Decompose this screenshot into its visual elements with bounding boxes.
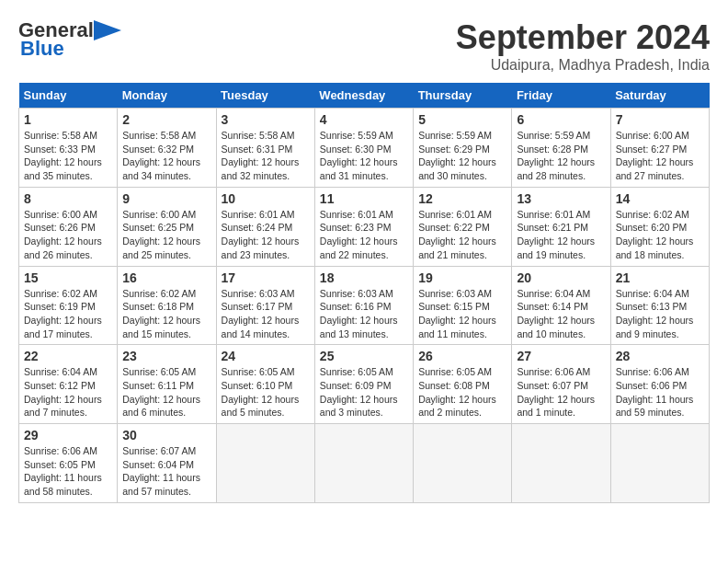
- table-row: 27 Sunrise: 6:06 AMSunset: 6:07 PMDaylig…: [512, 345, 610, 424]
- table-row: [512, 424, 610, 503]
- table-row: 29 Sunrise: 6:06 AMSunset: 6:05 PMDaylig…: [19, 424, 118, 503]
- table-row: 12 Sunrise: 6:01 AMSunset: 6:22 PMDaylig…: [414, 187, 512, 266]
- day-number: 3: [222, 112, 310, 127]
- table-row: [610, 424, 709, 503]
- day-number: 18: [320, 270, 408, 285]
- day-number: 24: [222, 349, 310, 363]
- table-row: 8 Sunrise: 6:00 AMSunset: 6:26 PMDayligh…: [19, 187, 118, 266]
- day-info: Sunrise: 6:05 AMSunset: 6:10 PMDaylight:…: [222, 365, 310, 419]
- day-number: 19: [418, 270, 506, 285]
- day-info: Sunrise: 6:04 AMSunset: 6:13 PMDaylight:…: [616, 287, 704, 341]
- day-number: 16: [122, 270, 210, 285]
- day-info: Sunrise: 6:02 AMSunset: 6:19 PMDaylight:…: [24, 287, 112, 341]
- day-number: 11: [320, 191, 408, 206]
- col-wednesday: Wednesday: [314, 83, 413, 109]
- day-info: Sunrise: 6:07 AMSunset: 6:04 PMDaylight:…: [122, 444, 210, 499]
- logo: General Blue: [18, 18, 121, 61]
- table-row: 23 Sunrise: 6:05 AMSunset: 6:11 PMDaylig…: [118, 345, 216, 424]
- table-row: 9 Sunrise: 6:00 AMSunset: 6:25 PMDayligh…: [118, 187, 216, 266]
- table-row: 4 Sunrise: 5:59 AMSunset: 6:30 PMDayligh…: [314, 109, 413, 188]
- day-info: Sunrise: 6:01 AMSunset: 6:24 PMDaylight:…: [222, 208, 310, 262]
- day-number: 28: [616, 349, 704, 363]
- day-number: 27: [517, 349, 605, 363]
- table-row: 10 Sunrise: 6:01 AMSunset: 6:24 PMDaylig…: [216, 187, 314, 266]
- table-row: 3 Sunrise: 5:58 AMSunset: 6:31 PMDayligh…: [216, 109, 314, 188]
- day-number: 13: [517, 191, 605, 206]
- day-number: 20: [517, 270, 605, 285]
- week-row-1: 8 Sunrise: 6:00 AMSunset: 6:26 PMDayligh…: [19, 187, 710, 266]
- day-info: Sunrise: 5:58 AMSunset: 6:33 PMDaylight:…: [24, 129, 112, 183]
- table-row: 17 Sunrise: 6:03 AMSunset: 6:17 PMDaylig…: [216, 266, 314, 345]
- day-info: Sunrise: 6:03 AMSunset: 6:16 PMDaylight:…: [320, 287, 408, 341]
- day-info: Sunrise: 6:02 AMSunset: 6:20 PMDaylight:…: [616, 208, 704, 262]
- table-row: 15 Sunrise: 6:02 AMSunset: 6:19 PMDaylig…: [19, 266, 118, 345]
- day-info: Sunrise: 6:05 AMSunset: 6:09 PMDaylight:…: [320, 365, 408, 419]
- table-row: 30 Sunrise: 6:07 AMSunset: 6:04 PMDaylig…: [118, 424, 216, 503]
- day-number: 10: [222, 191, 310, 206]
- page-header: General Blue September 2024 Udaipura, Ma…: [18, 18, 710, 74]
- col-monday: Monday: [118, 83, 216, 109]
- day-number: 17: [222, 270, 310, 285]
- day-number: 5: [418, 112, 506, 127]
- table-row: 21 Sunrise: 6:04 AMSunset: 6:13 PMDaylig…: [610, 266, 709, 345]
- col-tuesday: Tuesday: [216, 83, 314, 109]
- day-info: Sunrise: 6:01 AMSunset: 6:22 PMDaylight:…: [418, 208, 506, 262]
- col-thursday: Thursday: [414, 83, 512, 109]
- header-row: Sunday Monday Tuesday Wednesday Thursday…: [19, 83, 710, 109]
- day-number: 29: [24, 428, 112, 442]
- day-info: Sunrise: 6:01 AMSunset: 6:23 PMDaylight:…: [320, 208, 408, 262]
- day-number: 2: [122, 112, 210, 127]
- day-number: 1: [24, 112, 112, 127]
- table-row: 14 Sunrise: 6:02 AMSunset: 6:20 PMDaylig…: [610, 187, 709, 266]
- day-number: 14: [616, 191, 704, 206]
- day-number: 4: [320, 112, 408, 127]
- table-row: 13 Sunrise: 6:01 AMSunset: 6:21 PMDaylig…: [512, 187, 610, 266]
- day-info: Sunrise: 5:58 AMSunset: 6:32 PMDaylight:…: [122, 129, 210, 183]
- day-info: Sunrise: 6:03 AMSunset: 6:15 PMDaylight:…: [418, 287, 506, 341]
- table-row: 6 Sunrise: 5:59 AMSunset: 6:28 PMDayligh…: [512, 109, 610, 188]
- col-sunday: Sunday: [19, 83, 118, 109]
- table-row: 11 Sunrise: 6:01 AMSunset: 6:23 PMDaylig…: [314, 187, 413, 266]
- svg-marker-0: [94, 20, 121, 40]
- table-row: [414, 424, 512, 503]
- table-row: 1 Sunrise: 5:58 AMSunset: 6:33 PMDayligh…: [19, 109, 118, 188]
- col-saturday: Saturday: [610, 83, 709, 109]
- calendar-table: Sunday Monday Tuesday Wednesday Thursday…: [18, 83, 710, 503]
- day-number: 12: [418, 191, 506, 206]
- day-info: Sunrise: 5:59 AMSunset: 6:28 PMDaylight:…: [517, 129, 605, 183]
- day-number: 22: [24, 349, 112, 363]
- main-title: September 2024: [456, 18, 710, 57]
- table-row: 18 Sunrise: 6:03 AMSunset: 6:16 PMDaylig…: [314, 266, 413, 345]
- day-number: 8: [24, 191, 112, 206]
- day-info: Sunrise: 6:05 AMSunset: 6:11 PMDaylight:…: [122, 365, 210, 419]
- day-info: Sunrise: 6:06 AMSunset: 6:05 PMDaylight:…: [24, 444, 112, 499]
- table-row: 28 Sunrise: 6:06 AMSunset: 6:06 PMDaylig…: [610, 345, 709, 424]
- table-row: [216, 424, 314, 503]
- table-row: 24 Sunrise: 6:05 AMSunset: 6:10 PMDaylig…: [216, 345, 314, 424]
- table-row: 7 Sunrise: 6:00 AMSunset: 6:27 PMDayligh…: [610, 109, 709, 188]
- table-row: 2 Sunrise: 5:58 AMSunset: 6:32 PMDayligh…: [118, 109, 216, 188]
- week-row-4: 29 Sunrise: 6:06 AMSunset: 6:05 PMDaylig…: [19, 424, 710, 503]
- day-info: Sunrise: 6:04 AMSunset: 6:12 PMDaylight:…: [24, 365, 112, 419]
- subtitle: Udaipura, Madhya Pradesh, India: [456, 57, 710, 74]
- day-info: Sunrise: 6:00 AMSunset: 6:25 PMDaylight:…: [122, 208, 210, 262]
- day-info: Sunrise: 5:58 AMSunset: 6:31 PMDaylight:…: [222, 129, 310, 183]
- day-number: 9: [122, 191, 210, 206]
- day-info: Sunrise: 6:01 AMSunset: 6:21 PMDaylight:…: [517, 208, 605, 262]
- week-row-0: 1 Sunrise: 5:58 AMSunset: 6:33 PMDayligh…: [19, 109, 710, 188]
- day-number: 15: [24, 270, 112, 285]
- day-info: Sunrise: 6:02 AMSunset: 6:18 PMDaylight:…: [122, 287, 210, 341]
- logo-arrow-icon: [94, 20, 121, 40]
- day-number: 7: [616, 112, 704, 127]
- table-row: 5 Sunrise: 5:59 AMSunset: 6:29 PMDayligh…: [414, 109, 512, 188]
- col-friday: Friday: [512, 83, 610, 109]
- table-row: 22 Sunrise: 6:04 AMSunset: 6:12 PMDaylig…: [19, 345, 118, 424]
- day-number: 30: [122, 428, 210, 442]
- title-block: September 2024 Udaipura, Madhya Pradesh,…: [456, 18, 710, 74]
- logo-blue: Blue: [20, 37, 64, 61]
- table-row: 20 Sunrise: 6:04 AMSunset: 6:14 PMDaylig…: [512, 266, 610, 345]
- day-info: Sunrise: 5:59 AMSunset: 6:30 PMDaylight:…: [320, 129, 408, 183]
- day-number: 23: [122, 349, 210, 363]
- day-info: Sunrise: 6:00 AMSunset: 6:26 PMDaylight:…: [24, 208, 112, 262]
- table-row: 16 Sunrise: 6:02 AMSunset: 6:18 PMDaylig…: [118, 266, 216, 345]
